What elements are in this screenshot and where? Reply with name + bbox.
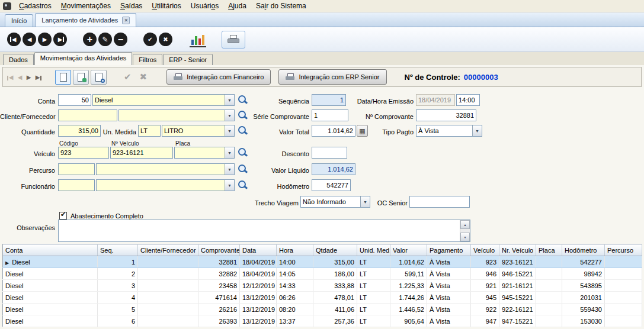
grid-header-veiculo[interactable]: Veículo <box>471 244 499 256</box>
confirm-button[interactable]: ✔ <box>143 33 157 46</box>
grid-cell[interactable]: 411,06 <box>313 304 357 315</box>
cliente-combo[interactable]: ▼ <box>118 109 235 121</box>
grid-cell[interactable]: 2 <box>98 268 138 280</box>
grid-cell[interactable]: 14:33 <box>277 280 313 292</box>
grid-cell[interactable]: 921-16121 <box>499 280 536 292</box>
veiculo-numero-input[interactable] <box>110 147 173 159</box>
data-emissao-field[interactable] <box>416 94 455 106</box>
edit-record-button[interactable]: ✎ <box>98 33 112 46</box>
grid-cell[interactable]: 14:00 <box>277 256 313 268</box>
un-medida-search-icon[interactable] <box>237 125 248 136</box>
grid-cell[interactable]: 1.446,52 <box>390 304 427 315</box>
cliente-search-icon[interactable] <box>237 110 248 121</box>
grid-cell[interactable]: 23458 <box>198 280 240 292</box>
grid-row-6[interactable]: Diesel62639313/12/201913:37257,36LT905,6… <box>3 315 642 327</box>
grid-cell[interactable] <box>138 292 198 304</box>
desconto-input[interactable] <box>312 147 347 159</box>
grid-cell[interactable]: 13/12/2019 <box>240 304 277 315</box>
conta-search-icon[interactable] <box>237 95 248 105</box>
grid-cell[interactable] <box>536 280 562 292</box>
confirm-record-icon[interactable]: ✔ <box>124 72 132 82</box>
grid-header-hodometro[interactable]: Hodômetro <box>562 244 605 256</box>
grid-cell[interactable] <box>605 256 642 268</box>
grid-cell[interactable]: Diesel <box>3 280 98 292</box>
un-medida-combo[interactable]: LITRO ▼ <box>162 125 235 137</box>
grid-header-qtdade[interactable]: Qtdade <box>313 244 357 256</box>
tab-inicio[interactable]: Início <box>5 14 33 27</box>
grid-cell[interactable] <box>138 268 198 280</box>
grid-cell[interactable]: 186,00 <box>313 268 357 280</box>
tab-close-icon[interactable]: ✕ <box>122 17 130 24</box>
grid-cell[interactable]: 32882 <box>198 268 240 280</box>
grid-cell[interactable]: 946-15221 <box>499 268 536 280</box>
grid-cell[interactable]: 921 <box>471 280 499 292</box>
integracao-erp-senior-button[interactable]: Integração com ERP Senior <box>278 69 386 85</box>
grid-cell[interactable] <box>536 304 562 315</box>
grid-cell[interactable] <box>605 280 642 292</box>
grid-last-record-icon[interactable]: ▶ <box>33 74 42 80</box>
percurso-combo[interactable]: ▼ <box>96 163 235 175</box>
grid-cell[interactable]: À Vista <box>427 256 471 268</box>
grid-cell[interactable]: 98942 <box>562 268 605 280</box>
grid-header-unid-med[interactable]: Unid. Med. <box>357 244 390 256</box>
tab-lancamento-de-atividades[interactable]: Lançamento de Atividades✕ <box>35 13 136 27</box>
grid-cell[interactable]: LT <box>357 315 390 327</box>
menu-item-sair-do-sistema[interactable]: Sair do Sistema <box>251 0 311 12</box>
conta-combo[interactable]: Diesel ▼ <box>92 94 235 106</box>
section-tab-movimentacao-das-atividades[interactable]: Movimentação das Atividades <box>34 52 133 65</box>
menu-item-utilitarios[interactable]: Utilitários <box>147 0 185 12</box>
grid-cell[interactable]: 14:05 <box>277 268 313 280</box>
section-tab-dados[interactable]: Dados <box>3 54 34 65</box>
grid-header-valor[interactable]: Valor <box>390 244 427 256</box>
percurso-code-input[interactable] <box>58 163 95 175</box>
grid-cell[interactable]: ▶Diesel <box>3 256 98 268</box>
refresh-document-button[interactable] <box>73 70 89 85</box>
menu-item-ajuda[interactable]: Ajuda <box>223 0 251 12</box>
grid-row-4[interactable]: Diesel447161413/12/201906:26478,01LT1.74… <box>3 292 642 304</box>
grid-cell[interactable]: 945 <box>471 292 499 304</box>
chart-button[interactable] <box>190 32 206 47</box>
scroll-up-icon[interactable]: ▲ <box>460 220 470 229</box>
grid-cell[interactable]: 599,11 <box>390 268 427 280</box>
grid-row-2[interactable]: Diesel23288218/04/201914:05186,00LT599,1… <box>3 268 642 280</box>
grid-header-hora[interactable]: Hora <box>277 244 313 256</box>
grid-cell[interactable]: 946 <box>471 268 499 280</box>
grid-cell[interactable]: 257,36 <box>313 315 357 327</box>
grid-cell[interactable]: 153030 <box>562 315 605 327</box>
grid-cell[interactable] <box>138 304 198 315</box>
menu-item-movimentacoes[interactable]: Movimentações <box>56 0 116 12</box>
grid-cell[interactable]: 1.014,62 <box>390 256 427 268</box>
hodometro-input[interactable] <box>312 179 351 191</box>
tipo-pagto-combo[interactable]: À Vista ▼ <box>416 125 482 137</box>
grid-cell[interactable]: 543895 <box>562 280 605 292</box>
cancel-record-icon[interactable]: ✖ <box>140 72 148 82</box>
grid-cell[interactable]: 13/12/2019 <box>240 315 277 327</box>
percurso-search-icon[interactable] <box>237 164 248 175</box>
grid-cell[interactable]: 18/04/2019 <box>240 256 277 268</box>
last-record-button[interactable]: ▶ <box>53 33 67 46</box>
cliente-code-input[interactable] <box>58 109 117 121</box>
grid-cell[interactable]: 333,88 <box>313 280 357 292</box>
grid-cell[interactable]: 945-15221 <box>499 292 536 304</box>
previous-record-button[interactable]: ◀ <box>23 33 36 46</box>
grid-cell[interactable] <box>536 315 562 327</box>
grid-cell[interactable] <box>605 268 642 280</box>
next-record-button[interactable]: ▶ <box>38 33 52 46</box>
grid-cell[interactable]: 559430 <box>562 304 605 315</box>
grid-cell[interactable] <box>605 304 642 315</box>
grid-cell[interactable] <box>536 292 562 304</box>
grid-cell[interactable]: 32881 <box>198 256 240 268</box>
quantidade-input[interactable] <box>58 125 101 137</box>
grid-cell[interactable]: 315,00 <box>313 256 357 268</box>
grid-cell[interactable] <box>138 280 198 292</box>
cancel-button[interactable]: ✖ <box>159 33 172 46</box>
veiculo-search-icon[interactable] <box>237 147 248 158</box>
oc-senior-input[interactable] <box>409 196 470 208</box>
grid-header-pagamento[interactable]: Pagamento <box>427 244 471 256</box>
grid-cell[interactable]: 471614 <box>198 292 240 304</box>
grid-cell[interactable]: 1 <box>98 256 138 268</box>
grid-header-comprovante[interactable]: Comprovante <box>198 244 240 256</box>
menu-item-usuarios[interactable]: Usuários <box>186 0 223 12</box>
grid-row-5[interactable]: Diesel52621613/12/201908:20411,06LT1.446… <box>3 304 642 315</box>
funcionario-code-input[interactable] <box>58 179 95 191</box>
